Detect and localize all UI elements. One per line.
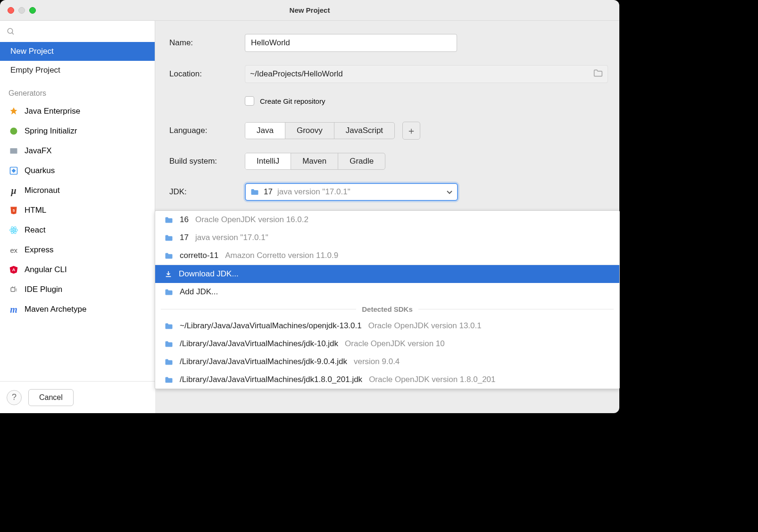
generators-label: Generators xyxy=(0,80,155,101)
react-icon xyxy=(8,225,19,235)
language-label: Language: xyxy=(169,126,245,135)
git-checkbox[interactable] xyxy=(245,96,254,106)
jdk-option[interactable]: 16 Oracle OpenJDK version 16.0.2 xyxy=(155,211,619,229)
sidebar-item-new-project[interactable]: New Project xyxy=(0,42,155,61)
micronaut-icon: μ xyxy=(8,185,19,196)
action-label: Add JDK... xyxy=(180,287,218,297)
help-button[interactable]: ? xyxy=(7,390,22,405)
spring-icon xyxy=(8,126,19,136)
generator-label: Spring Initializr xyxy=(25,126,77,136)
generator-label: JavaFX xyxy=(25,146,52,156)
lang-seg-javascript[interactable]: JavaScript xyxy=(334,123,394,139)
build-label: Build system: xyxy=(169,157,245,166)
jdk-desc: Amazon Corretto version 11.0.9 xyxy=(225,251,338,260)
sidebar: New ProjectEmpty Project Generators Java… xyxy=(0,21,155,413)
generator-html[interactable]: 5HTML xyxy=(0,200,155,220)
detected-sdks-header: Detected SDKs xyxy=(155,301,619,317)
lang-seg-groovy[interactable]: Groovy xyxy=(285,123,334,139)
build-segmented: IntelliJMavenGradle xyxy=(245,153,385,170)
jdk-dropdown-detected: ~/Library/Java/JavaVirtualMachines/openj… xyxy=(155,317,619,389)
jdk-select[interactable]: 17 java version "17.0.1" xyxy=(245,183,458,201)
svg-text:A: A xyxy=(12,267,16,272)
generator-label: Java Enterprise xyxy=(25,107,80,116)
svg-text:5: 5 xyxy=(13,208,15,213)
sidebar-generators: Java EnterpriseSpring InitializrJavaFXQu… xyxy=(0,101,155,319)
jdk-option[interactable]: corretto-11 Amazon Corretto version 11.0… xyxy=(155,247,619,265)
sdk-path: /Library/Java/JavaVirtualMachines/jdk1.8… xyxy=(180,375,362,384)
folder-icon xyxy=(165,234,173,241)
dialog-footer: ? Cancel xyxy=(0,381,155,413)
generator-quarkus[interactable]: Quarkus xyxy=(0,161,155,181)
generator-micronaut[interactable]: μMicronaut xyxy=(0,181,155,200)
sdk-path: /Library/Java/JavaVirtualMachines/jdk-9.… xyxy=(180,357,347,366)
location-label: Location: xyxy=(169,69,245,79)
express-icon: ex xyxy=(8,245,19,255)
jdk-name: 17 xyxy=(180,233,189,242)
location-value: ~/IdeaProjects/HelloWorld xyxy=(250,69,590,79)
detected-sdk-option[interactable]: /Library/Java/JavaVirtualMachines/jdk1.8… xyxy=(155,371,619,389)
jdk-option[interactable]: 17 java version "17.0.1" xyxy=(155,229,619,247)
sdk-path: ~/Library/Java/JavaVirtualMachines/openj… xyxy=(180,321,362,331)
sdk-desc: Oracle OpenJDK version 13.0.1 xyxy=(368,321,482,331)
git-checkbox-row[interactable]: Create Git repository xyxy=(245,96,608,106)
generator-maven-archetype[interactable]: mMaven Archetype xyxy=(0,299,155,319)
javafx-icon xyxy=(8,146,19,156)
svg-point-2 xyxy=(10,128,17,135)
dialog-body: New ProjectEmpty Project Generators Java… xyxy=(0,21,619,413)
jdk-selected-desc: java version "17.0.1" xyxy=(277,187,350,197)
form-panel: Name: Location: ~/IdeaProjects/HelloWorl… xyxy=(155,21,619,413)
jdk-name: 16 xyxy=(180,215,189,224)
jdk-folder-icon xyxy=(250,188,259,196)
sdk-path: /Library/Java/JavaVirtualMachines/jdk-10… xyxy=(180,339,338,349)
browse-folder-icon[interactable] xyxy=(593,69,603,80)
generator-ide-plugin[interactable]: IDE Plugin xyxy=(0,280,155,299)
chevron-down-icon xyxy=(447,187,452,197)
generator-javafx[interactable]: JavaFX xyxy=(0,141,155,161)
action-label: Download JDK... xyxy=(179,269,239,279)
rocket-icon xyxy=(8,106,19,116)
quarkus-icon xyxy=(8,166,19,176)
folder-icon xyxy=(165,252,173,259)
build-seg-maven[interactable]: Maven xyxy=(291,153,338,169)
html-icon: 5 xyxy=(8,205,19,216)
generator-label: Express xyxy=(25,245,53,255)
location-input[interactable]: ~/IdeaProjects/HelloWorld xyxy=(245,65,608,83)
jdk-dropdown-actions: Download JDK...Add JDK... xyxy=(155,265,619,301)
download-icon xyxy=(165,270,172,278)
build-seg-gradle[interactable]: Gradle xyxy=(338,153,385,169)
generator-label: HTML xyxy=(25,206,46,215)
generator-label: Maven Archetype xyxy=(25,305,86,314)
generator-spring-initializr[interactable]: Spring Initializr xyxy=(0,121,155,141)
svg-line-1 xyxy=(12,33,14,34)
folder-icon xyxy=(165,341,173,348)
language-segmented: JavaGroovyJavaScript xyxy=(245,122,395,139)
jdk-dropdown-installed: 16 Oracle OpenJDK version 16.0.217 java … xyxy=(155,211,619,265)
detected-sdk-option[interactable]: /Library/Java/JavaVirtualMachines/jdk-9.… xyxy=(155,353,619,371)
window-title: New Project xyxy=(0,6,619,14)
ide-plugin-icon xyxy=(8,284,19,295)
svg-rect-3 xyxy=(10,148,17,154)
add-language-button[interactable]: ＋ xyxy=(402,122,420,140)
build-seg-intellij[interactable]: IntelliJ xyxy=(245,153,291,169)
lang-seg-java[interactable]: Java xyxy=(245,123,285,139)
search-icon xyxy=(7,27,15,36)
sidebar-search[interactable] xyxy=(0,25,155,42)
cancel-button[interactable]: Cancel xyxy=(28,389,74,406)
sidebar-item-empty-project[interactable]: Empty Project xyxy=(0,61,155,80)
generator-react[interactable]: React xyxy=(0,220,155,240)
maven-icon: m xyxy=(8,304,19,315)
jdk-selected-name: 17 xyxy=(264,187,273,197)
generator-express[interactable]: exExpress xyxy=(0,240,155,260)
generator-java-enterprise[interactable]: Java Enterprise xyxy=(0,101,155,121)
git-label: Create Git repository xyxy=(260,97,325,105)
name-input[interactable] xyxy=(245,34,457,52)
sdk-desc: Oracle OpenJDK version 1.8.0_201 xyxy=(369,375,495,384)
generator-angular-cli[interactable]: AAngular CLI xyxy=(0,260,155,280)
add-jdk[interactable]: Add JDK... xyxy=(155,283,619,301)
angular-icon: A xyxy=(8,265,19,275)
jdk-dropdown: 16 Oracle OpenJDK version 16.0.217 java … xyxy=(155,210,620,389)
folder-icon xyxy=(165,216,173,224)
detected-sdk-option[interactable]: ~/Library/Java/JavaVirtualMachines/openj… xyxy=(155,317,619,335)
download-jdk[interactable]: Download JDK... xyxy=(155,265,619,283)
detected-sdk-option[interactable]: /Library/Java/JavaVirtualMachines/jdk-10… xyxy=(155,335,619,353)
